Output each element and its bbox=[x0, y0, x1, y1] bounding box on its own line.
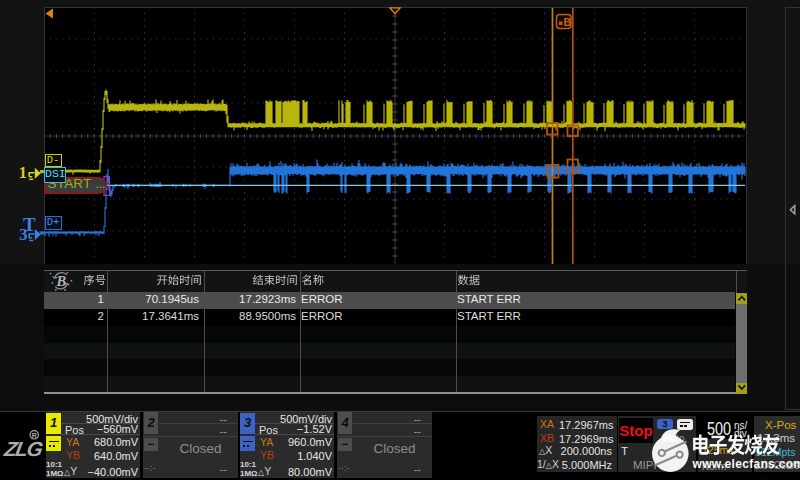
svg-text:B: B bbox=[564, 16, 572, 28]
